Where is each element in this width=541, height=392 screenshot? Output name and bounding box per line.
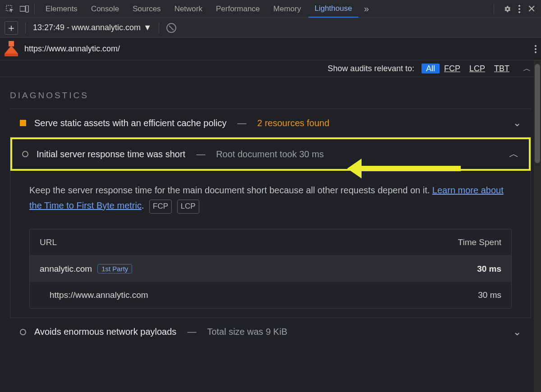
tab-list: ElementsConsoleSourcesNetworkPerformance… xyxy=(39,0,358,18)
status-pass-icon xyxy=(20,329,26,335)
filter-label: Show audits relevant to: xyxy=(328,64,414,73)
settings-icon[interactable] xyxy=(501,3,513,15)
table-row: annalytic.com 1st Party 30 ms xyxy=(30,256,511,282)
scrollbar[interactable] xyxy=(534,60,541,392)
clear-icon[interactable] xyxy=(166,23,176,33)
tab-lighthouse[interactable]: Lighthouse xyxy=(308,0,358,18)
tab-performance[interactable]: Performance xyxy=(210,0,266,18)
party-badge: 1st Party xyxy=(97,264,132,273)
time-cell: 30 ms xyxy=(411,290,501,300)
device-toolbar-icon[interactable] xyxy=(18,3,31,15)
tab-console[interactable]: Console xyxy=(85,0,125,18)
new-report-button[interactable]: ＋ xyxy=(5,21,18,35)
audit-row-cache-policy[interactable]: Serve static assets with an efficient ca… xyxy=(10,109,531,137)
separator xyxy=(34,4,35,14)
audit-desc-text: Keep the server response time for the ma… xyxy=(29,185,432,195)
time-cell: 30 ms xyxy=(477,264,501,273)
inspect-icon[interactable] xyxy=(4,3,16,15)
status-warning-icon xyxy=(20,120,26,126)
host-cell: annalytic.com xyxy=(40,264,92,274)
overflow-tabs-icon[interactable]: » xyxy=(360,3,373,15)
tab-network[interactable]: Network xyxy=(168,0,209,18)
close-icon[interactable]: ✕ xyxy=(526,3,537,15)
tab-elements[interactable]: Elements xyxy=(39,0,84,18)
audit-subtitle: Root document took 30 ms xyxy=(216,149,324,160)
tab-sources[interactable]: Sources xyxy=(126,0,167,18)
report-timestamp: 13:27:49 - www.annalytic.com xyxy=(33,23,141,32)
audit-row-network-payloads[interactable]: Avoids enormous network payloads — Total… xyxy=(10,318,531,346)
table-row: https://www.annalytic.com 30 ms xyxy=(30,282,511,308)
metric-badge-fcp: FCP xyxy=(149,200,172,214)
svg-rect-2 xyxy=(26,5,28,12)
chevron-up-icon[interactable]: ︿ xyxy=(523,63,531,74)
filter-tbt[interactable]: TBT xyxy=(490,64,514,73)
filter-all[interactable]: All xyxy=(422,64,440,73)
audit-subtitle: Total size was 9 KiB xyxy=(207,327,287,337)
report-selector[interactable]: 13:27:49 - www.annalytic.com ▼ xyxy=(33,23,151,32)
dropdown-icon: ▼ xyxy=(143,23,151,32)
chevron-up-icon[interactable]: ︿ xyxy=(509,147,519,161)
section-title: DIAGNOSTICS xyxy=(10,91,531,109)
audit-title: Serve static assets with an efficient ca… xyxy=(34,118,227,128)
svg-rect-1 xyxy=(20,6,25,11)
report-url: https://www.annalytic.com/ xyxy=(24,44,528,54)
filter-lcp[interactable]: LCP xyxy=(465,64,490,73)
tab-memory[interactable]: Memory xyxy=(267,0,307,18)
chevron-down-icon[interactable]: ⌄ xyxy=(513,117,521,129)
audit-title: Initial server response time was short xyxy=(37,149,185,160)
separator xyxy=(494,4,494,14)
audit-filter-row: Show audits relevant to: AllFCPLCPTBT ︿ xyxy=(0,60,541,77)
col-url: URL xyxy=(40,237,411,247)
report-header: https://www.annalytic.com/ xyxy=(0,38,541,60)
separator xyxy=(25,23,26,33)
col-time: Time Spent xyxy=(411,237,501,247)
separator xyxy=(159,23,159,33)
url-cell: https://www.annalytic.com xyxy=(50,290,148,300)
filter-fcp[interactable]: FCP xyxy=(440,64,465,73)
metric-badge-lcp: LCP xyxy=(177,200,199,214)
report-menu-icon[interactable] xyxy=(535,45,536,53)
audit-row-server-response[interactable]: Initial server response time was short —… xyxy=(10,137,531,171)
audit-title: Avoids enormous network payloads xyxy=(34,327,176,337)
lighthouse-icon xyxy=(5,41,18,57)
lighthouse-subbar: ＋ 13:27:49 - www.annalytic.com ▼ xyxy=(0,18,541,38)
audit-subtitle: 2 resources found xyxy=(257,118,330,128)
scrollbar-thumb[interactable] xyxy=(535,64,540,163)
status-pass-icon xyxy=(22,151,28,157)
diagnostics-section: DIAGNOSTICS Serve static assets with an … xyxy=(0,77,541,346)
audit-description: Keep the server response time for the ma… xyxy=(10,171,531,218)
chevron-down-icon[interactable]: ⌄ xyxy=(513,326,521,338)
more-icon[interactable] xyxy=(518,5,520,13)
audit-table: URL Time Spent annalytic.com 1st Party 3… xyxy=(29,229,512,309)
table-header: URL Time Spent xyxy=(30,229,511,256)
audit-panel-ttfb: Initial server response time was short —… xyxy=(10,137,531,318)
devtools-tabbar: ElementsConsoleSourcesNetworkPerformance… xyxy=(0,0,541,18)
